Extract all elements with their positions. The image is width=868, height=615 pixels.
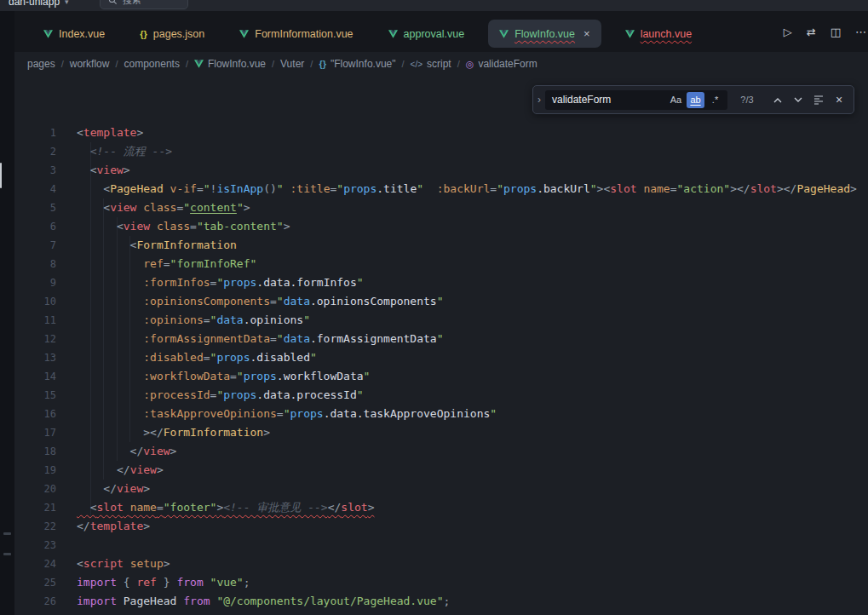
code-text: <!-- 流程 --> <box>56 142 172 161</box>
line-number: 25 <box>14 573 56 592</box>
breadcrumb-label: "FlowInfo.vue" <box>331 58 396 70</box>
line-number: 5 <box>14 198 56 217</box>
code-line[interactable]: 7 <FormInformation <box>14 236 868 255</box>
line-number: 7 <box>14 236 56 255</box>
vue-icon <box>194 60 204 68</box>
line-number: 17 <box>14 423 56 442</box>
breadcrumb-item-vuter[interactable]: Vuter <box>279 58 306 70</box>
code-line[interactable]: 16 :taskApproveOpinions="props.data.task… <box>14 405 868 423</box>
more-actions-button[interactable]: ⋯ <box>855 26 866 38</box>
code-line[interactable]: 9 :formInfos="props.data.formInfos" <box>14 273 868 292</box>
code-text: ref="formInfoRef" <box>56 255 256 273</box>
code-text: :formInfos="props.data.formInfos" <box>56 273 364 292</box>
tab-forminformation-vue[interactable]: FormInformation.vue <box>228 20 364 48</box>
code-line[interactable]: 15 :processId="props.data.processId" <box>14 386 868 405</box>
tab-label: pages.json <box>153 28 204 40</box>
whole-word-toggle[interactable]: ab <box>687 92 704 108</box>
close-find-button[interactable]: × <box>830 90 848 109</box>
tab-launch-vue[interactable]: launch.vue <box>614 20 703 48</box>
breadcrumb-item-validateform[interactable]: ◎validateForm <box>464 58 539 70</box>
code-text: :taskApproveOpinions="props.data.taskApp… <box>56 405 497 423</box>
regex-toggle[interactable]: .* <box>706 92 724 108</box>
search-placeholder: 搜索 <box>123 0 141 7</box>
split-editor-button[interactable]: ◫ <box>831 26 841 38</box>
match-case-toggle[interactable]: Aa <box>667 92 685 108</box>
code-text <box>56 536 77 555</box>
code-line[interactable]: 23 <box>14 536 868 555</box>
run-button[interactable]: ▷ <box>784 26 792 38</box>
activity-bar-icon[interactable] <box>3 532 11 535</box>
vue-icon <box>388 30 398 38</box>
find-input[interactable]: validateForm Aa ab .* <box>545 90 727 110</box>
breadcrumb-separator: / <box>272 59 274 69</box>
code-line[interactable]: 13 :disabled="props.disabled" <box>14 348 868 367</box>
editor-pane[interactable]: › validateForm Aa ab .* ?/3 <box>14 76 868 615</box>
code-text: </template> <box>56 517 150 536</box>
breadcrumb-item-components[interactable]: components <box>123 58 181 70</box>
code-line[interactable]: 6 <view class="tab-content"> <box>14 217 868 236</box>
find-in-selection-icon <box>813 95 824 105</box>
code-line[interactable]: 20 </view> <box>14 480 868 498</box>
tab-label: FormInformation.vue <box>255 28 353 40</box>
code-text: <FormInformation <box>56 236 237 255</box>
code-line[interactable]: 11 :opinions="data.opinions" <box>14 311 868 330</box>
code-line[interactable]: 25import { ref } from "vue"; <box>14 573 868 592</box>
find-toggle-replace-button[interactable]: › <box>533 86 545 113</box>
code-line[interactable]: 26import PageHead from "@/components/lay… <box>14 592 868 611</box>
breadcrumb-item-workflow[interactable]: workflow <box>68 58 112 70</box>
tab-approval-vue[interactable]: approval.vue <box>377 20 476 48</box>
line-number: 26 <box>14 592 56 611</box>
next-match-button[interactable] <box>789 90 808 109</box>
previous-match-button[interactable] <box>768 90 787 109</box>
code-line[interactable]: 1<template> <box>14 124 868 142</box>
code-line[interactable]: 4 <PageHead v-if="!isInApp()" :title="pr… <box>14 180 868 198</box>
activity-bar[interactable] <box>0 11 14 615</box>
code-area[interactable]: 1<template>2 <!-- 流程 -->3 <view>4 <PageH… <box>14 76 868 615</box>
code-line[interactable]: 24<script setup> <box>14 555 868 573</box>
code-line[interactable]: 12 :formAssignmentData="data.formAssignm… <box>14 330 868 348</box>
vue-icon <box>625 30 635 38</box>
breadcrumb-item-flowinfo-vue[interactable]: FlowInfo.vue <box>193 58 267 70</box>
breadcrumb-label: FlowInfo.vue <box>208 58 266 70</box>
workspace-name: dan-uniapp <box>9 0 60 10</box>
compare-changes-button[interactable]: ⇄ <box>807 26 816 38</box>
code-line[interactable]: 19 </view> <box>14 461 868 480</box>
breadcrumb-item-script[interactable]: </>script <box>409 58 453 70</box>
breadcrumb-separator: / <box>61 59 64 69</box>
line-number: 3 <box>14 161 56 180</box>
line-number: 18 <box>14 442 56 461</box>
code-line[interactable]: 2 <!-- 流程 --> <box>14 142 868 161</box>
chevron-up-icon <box>773 97 782 103</box>
workspace-menu[interactable]: dan-uniapp ▾ <box>9 0 69 10</box>
line-number: 24 <box>14 555 56 573</box>
activity-bar-icon[interactable] <box>3 553 11 555</box>
find-in-selection-button[interactable] <box>809 90 828 109</box>
code-line[interactable]: 5 <view class="content"> <box>14 198 868 217</box>
code-line[interactable]: 14 :workflowData="props.workflowData" <box>14 367 868 386</box>
tab-pages-json[interactable]: {}pages.json <box>129 20 216 48</box>
code-line[interactable]: 3 <view> <box>14 161 868 180</box>
code-line[interactable]: 8 ref="formInfoRef" <box>14 255 868 273</box>
tab-index-vue[interactable]: Index.vue <box>32 20 116 48</box>
code-text: <PageHead v-if="!isInApp()" :title="prop… <box>56 180 857 198</box>
method-symbol-icon: ◎ <box>466 59 474 70</box>
title-bar: dan-uniapp ▾ 搜索 <box>0 0 868 11</box>
chevron-down-icon <box>794 97 802 103</box>
code-text: :processId="props.data.processId" <box>56 386 364 405</box>
code-line[interactable]: 18 </view> <box>14 442 868 461</box>
code-line[interactable]: 10 :opinionsComponents="data.opinionsCom… <box>14 292 868 311</box>
code-line[interactable]: 22</template> <box>14 517 868 536</box>
code-text: <view class="tab-content"> <box>56 217 290 236</box>
code-line[interactable]: 21 <slot name="footer"><!-- 审批意见 --></sl… <box>14 498 868 517</box>
breadcrumb-item--flowinfo-vue-[interactable]: {}"FlowInfo.vue" <box>317 58 397 70</box>
tab-flowinfo-vue[interactable]: FlowInfo.vue× <box>488 20 601 48</box>
code-text: :opinionsComponents="data.opinionsCompon… <box>56 292 444 311</box>
find-results-count: ?/3 <box>736 95 758 105</box>
code-text: </view> <box>56 461 164 480</box>
command-center-search[interactable]: 搜索 <box>100 0 188 9</box>
code-line[interactable]: 17 ></FormInformation> <box>14 423 868 442</box>
code-text: </view> <box>56 442 176 461</box>
breadcrumb-item-pages[interactable]: pages <box>26 58 57 70</box>
find-query[interactable]: validateForm <box>552 94 665 106</box>
close-tab-icon[interactable]: × <box>583 28 590 39</box>
